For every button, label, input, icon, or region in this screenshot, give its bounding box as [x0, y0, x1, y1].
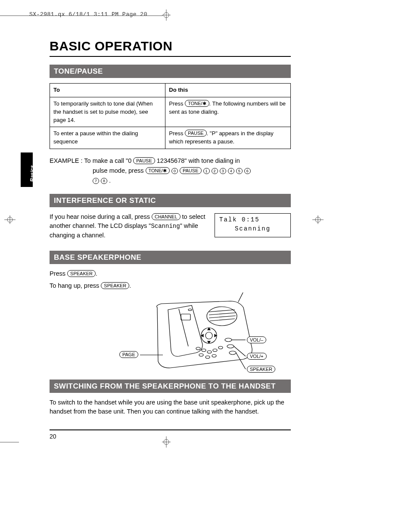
svg-point-20	[196, 347, 200, 350]
cell-do-2: Press PAUSE. "P" appears in the display …	[165, 127, 291, 149]
svg-line-34	[234, 346, 246, 356]
speakerphone-body: Press SPEAKER. To hang up, press SPEAKER…	[50, 269, 291, 291]
vol-plus-button-callout: VOL/+	[247, 353, 267, 360]
svg-point-25	[199, 354, 203, 356]
pause-button-icon: PAUSE	[180, 167, 201, 174]
section-header-speakerphone: BASE SPEAKERPHONE	[50, 251, 291, 264]
digit-button-icon: 8	[101, 178, 107, 184]
lcd-line-1: Talk 0:15	[219, 215, 286, 224]
svg-point-27	[212, 355, 216, 357]
svg-point-21	[202, 349, 206, 352]
example-block: EXAMPLE : To make a call "0 PAUSE 123456…	[50, 156, 291, 186]
svg-point-28	[225, 338, 232, 342]
print-slug: SX-2981.qx 6/18/1 3:11 PM Page 20	[29, 11, 147, 18]
table-row: To enter a pause within the dialing sequ…	[50, 127, 291, 149]
svg-line-16	[209, 316, 236, 318]
svg-point-30	[229, 351, 236, 355]
svg-point-24	[218, 346, 223, 349]
channel-button-icon: CHANNEL	[152, 213, 181, 220]
svg-point-19	[206, 332, 212, 339]
page-number: 20	[50, 429, 291, 440]
digit-button-icon: 5	[236, 168, 243, 174]
scanning-text: Scanning	[151, 223, 180, 230]
cell-to-2: To enter a pause within the dialing sequ…	[50, 127, 165, 149]
svg-point-26	[206, 356, 210, 358]
svg-point-37	[188, 309, 192, 311]
lcd-line-2: Scanning	[219, 224, 286, 233]
lcd-display: Talk 0:15 Scanning	[215, 213, 291, 237]
vol-minus-button-callout: VOL/–	[247, 336, 266, 343]
speaker-button-icon: SPEAKER	[101, 282, 129, 289]
tone-pause-table: To Do this To temporarily switch to tone…	[50, 83, 291, 149]
svg-line-14	[209, 310, 235, 312]
registration-mark-left	[4, 215, 16, 224]
svg-line-31	[238, 292, 243, 302]
cell-to-1: To temporarily switch to tone dial (When…	[50, 97, 165, 127]
side-tab-label: Basics	[29, 165, 35, 182]
crop-line-bottom-left	[0, 442, 19, 442]
speaker-button-icon: SPEAKER	[67, 270, 96, 277]
table-row: To temporarily switch to tone dial (When…	[50, 97, 291, 127]
section-header-tone-pause: TONE/PAUSE	[50, 65, 291, 78]
cell-do-1: Press TONE/✱. The following numbers will…	[165, 97, 291, 127]
digit-button-icon: 1	[203, 168, 210, 174]
digit-button-icon: 0	[171, 168, 178, 174]
registration-mark-right	[312, 215, 324, 224]
base-unit-diagram: PAGE VOL/– VOL/+ SPEAKER	[50, 292, 291, 374]
page-content: BASIC OPERATION TONE/PAUSE To Do this To…	[50, 39, 291, 440]
section-header-interference: INTERFERENCE OR STATIC	[50, 194, 291, 207]
page-title: BASIC OPERATION	[50, 39, 291, 57]
svg-line-17	[210, 319, 235, 321]
side-tab-basics: Basics	[21, 152, 33, 187]
digit-button-icon: 3	[220, 168, 226, 174]
pause-button-icon: PAUSE	[185, 130, 206, 137]
digit-button-icon: 7	[93, 178, 99, 184]
tone-star-button-icon: TONE/✱	[185, 100, 209, 107]
digit-button-icon: 6	[244, 168, 251, 174]
switching-body: To switch to the handset while you are u…	[50, 398, 291, 417]
svg-rect-36	[181, 314, 190, 320]
registration-mark-top	[162, 9, 171, 21]
svg-line-12	[179, 309, 188, 346]
speaker-button-callout: SPEAKER	[247, 366, 275, 373]
table-header-to: To	[50, 84, 165, 97]
table-header-do: Do this	[165, 84, 291, 97]
base-unit-illustration	[50, 292, 291, 374]
pause-button-icon: PAUSE	[133, 157, 155, 164]
tone-star-button-icon: TONE/✱	[146, 167, 170, 174]
svg-point-23	[213, 349, 217, 352]
svg-line-15	[209, 313, 236, 315]
section-header-switching: SWITCHING FROM THE SPEAKERPHONE TO THE H…	[50, 380, 291, 393]
svg-point-22	[207, 351, 212, 353]
page-button-callout: PAGE	[119, 351, 138, 358]
digit-button-icon: 2	[212, 168, 218, 174]
svg-point-29	[227, 345, 234, 348]
digit-button-icon: 4	[228, 168, 234, 174]
interference-body: Talk 0:15 Scanning If you hear noise dur…	[50, 212, 291, 241]
